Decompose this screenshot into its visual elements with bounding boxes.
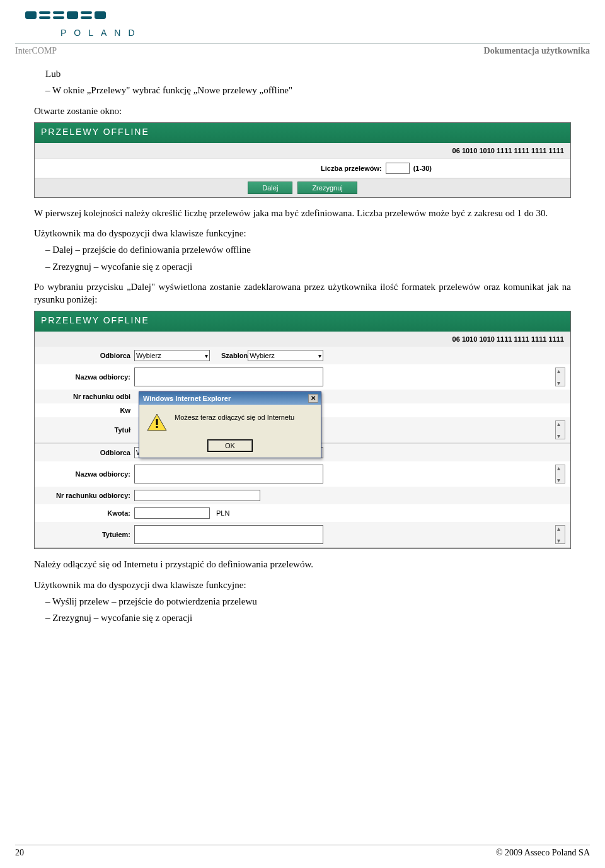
page-footer: 20 © 2009 Asseco Poland SA <box>15 845 590 858</box>
scrollbar-icon[interactable] <box>555 367 565 386</box>
kwota-label-1: Kw <box>40 407 134 414</box>
para2: Użytkownik ma do dyspozycji dwa klawisze… <box>34 227 571 240</box>
dialog-message: Możesz teraz odłączyć się od Internetu <box>175 414 294 421</box>
kwota-input-2[interactable] <box>134 507 210 519</box>
nazwa-label-1: Nazwa odbiorcy: <box>40 373 134 381</box>
odbiorca-label: Odbiorca <box>40 352 134 359</box>
pln-label: PLN <box>216 509 229 517</box>
next-button[interactable]: Dalej <box>248 182 292 194</box>
screenshot-1: PRZELEWY OFFLINE 06 1010 1010 1111 1111 … <box>34 122 571 198</box>
tytul-input-2[interactable] <box>134 525 323 544</box>
count-input[interactable] <box>386 163 410 174</box>
nr-label-1: Nr rachunku odbi <box>40 393 134 400</box>
svg-rect-5 <box>67 11 78 19</box>
shot1-buttons: Dalej Zrezygnuj <box>35 178 570 197</box>
tytul-label-2: Tytułem: <box>40 531 134 538</box>
para3: Po wybraniu przycisku „Dalej" wyświetlon… <box>34 281 571 306</box>
scrollbar-icon[interactable] <box>555 525 565 544</box>
brand-sub: POLAND <box>60 28 605 38</box>
row-kwota-2: Kwota: PLN <box>35 504 570 522</box>
shot1-title: PRZELEWY OFFLINE <box>35 123 570 143</box>
kwota-label-2: Kwota: <box>40 509 134 517</box>
row-nazwa-2: Nazwa odbiorcy: <box>35 461 570 487</box>
text-lub: Lub <box>45 67 571 80</box>
logo-area: POLAND <box>0 0 605 40</box>
svg-rect-7 <box>81 16 92 19</box>
ie-dialog: Windows Internet Explorer ✕ Możesz teraz… <box>139 391 321 458</box>
count-hint: (1-30) <box>413 165 432 172</box>
tytul-label-1: Tytuł <box>40 426 134 434</box>
bullet-2b: Zrezygnuj – wycofanie się z operacji <box>54 260 571 273</box>
cancel-button[interactable]: Zrezygnuj <box>297 182 357 194</box>
odbiorca-label-2: Odbiorca <box>40 449 134 456</box>
dialog-title: Windows Internet Explorer <box>143 395 231 402</box>
row-tytul-2: Tytułem: <box>35 522 570 547</box>
brand-logo <box>25 6 605 26</box>
copyright: © 2009 Asseco Poland SA <box>496 848 590 858</box>
bullet-5b: Zrezygnuj – wycofanie się z operacji <box>54 611 571 624</box>
svg-rect-11 <box>156 426 158 428</box>
ok-button[interactable]: OK <box>208 440 252 451</box>
page-number: 20 <box>15 848 24 858</box>
svg-rect-1 <box>39 11 50 14</box>
shot2-title: PRZELEWY OFFLINE <box>35 311 570 332</box>
svg-rect-4 <box>53 16 64 19</box>
nazwa-input-1[interactable] <box>134 367 323 386</box>
warning-icon <box>147 414 167 431</box>
count-label: Liczba przelewów: <box>321 165 382 172</box>
para5: Użytkownik ma do dyspozycji dwa klawisze… <box>34 579 571 591</box>
header-left: InterCOMP <box>15 46 57 56</box>
nr-label-2: Nr rachunku odbiorcy: <box>40 492 134 499</box>
page-header: InterCOMP Dokumentacja użytkownika <box>0 43 605 56</box>
text-otwarte: Otwarte zostanie okno: <box>34 105 571 117</box>
szablon-select-1[interactable] <box>248 350 323 361</box>
odbiorca-select-1[interactable] <box>134 350 210 361</box>
para4: Należy odłączyć się od Internetu i przys… <box>34 558 571 570</box>
header-right: Dokumentacja użytkownika <box>484 46 590 56</box>
dialog-titlebar: Windows Internet Explorer ✕ <box>139 392 321 405</box>
svg-rect-8 <box>95 11 106 19</box>
close-icon[interactable]: ✕ <box>308 394 318 403</box>
svg-rect-3 <box>53 11 64 14</box>
scrollbar-icon[interactable] <box>555 420 565 439</box>
svg-rect-10 <box>156 419 158 425</box>
nazwa-label-2: Nazwa odbiorcy: <box>40 470 134 478</box>
svg-rect-0 <box>25 11 37 19</box>
row-nr-2: Nr rachunku odbiorcy: <box>35 487 570 504</box>
shot1-account: 06 1010 1010 1111 1111 1111 1111 <box>35 143 570 158</box>
nazwa-input-2[interactable] <box>134 465 323 483</box>
para1: W pierwszej kolejności należy określić l… <box>34 207 571 219</box>
svg-rect-6 <box>81 11 92 14</box>
row-odbiorca-1: Odbiorca Szablon <box>35 347 570 364</box>
scrollbar-icon[interactable] <box>555 465 565 483</box>
szablon-label-1: Szablon <box>221 352 248 359</box>
row-nazwa-1: Nazwa odbiorcy: <box>35 364 570 390</box>
bullet-2a: Dalej – przejście do definiowania przele… <box>54 243 571 256</box>
shot2-account: 06 1010 1010 1111 1111 1111 1111 <box>35 332 570 347</box>
bullet-5a: Wyślij przelew – przejście do potwierdze… <box>54 595 571 608</box>
bullet-1: W oknie „Przelewy" wybrać funkcję „Nowe … <box>54 84 571 96</box>
svg-rect-2 <box>39 16 50 19</box>
shot1-count-row: Liczba przelewów: (1-30) <box>35 158 570 178</box>
nr-input-2[interactable] <box>134 490 260 501</box>
